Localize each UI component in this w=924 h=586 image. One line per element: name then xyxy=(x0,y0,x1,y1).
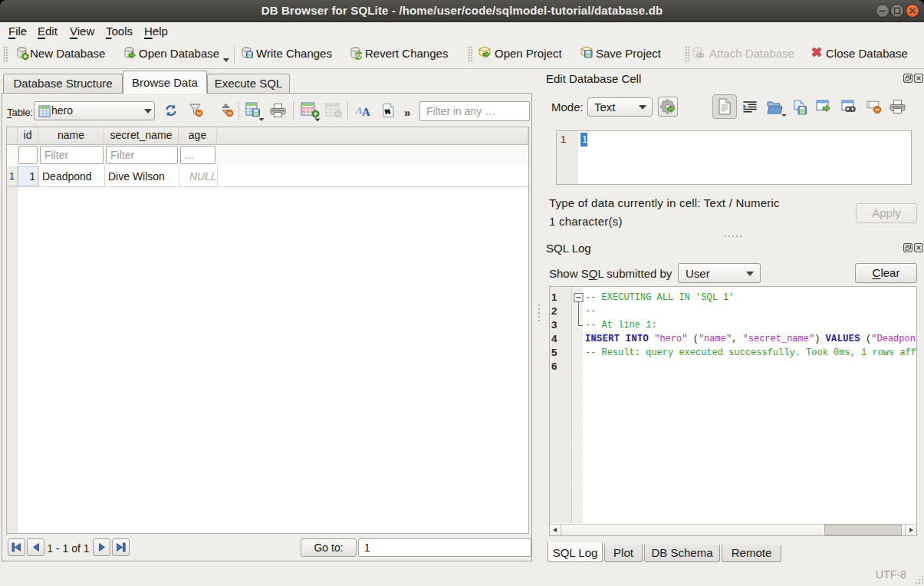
svg-text:A: A xyxy=(362,106,370,117)
